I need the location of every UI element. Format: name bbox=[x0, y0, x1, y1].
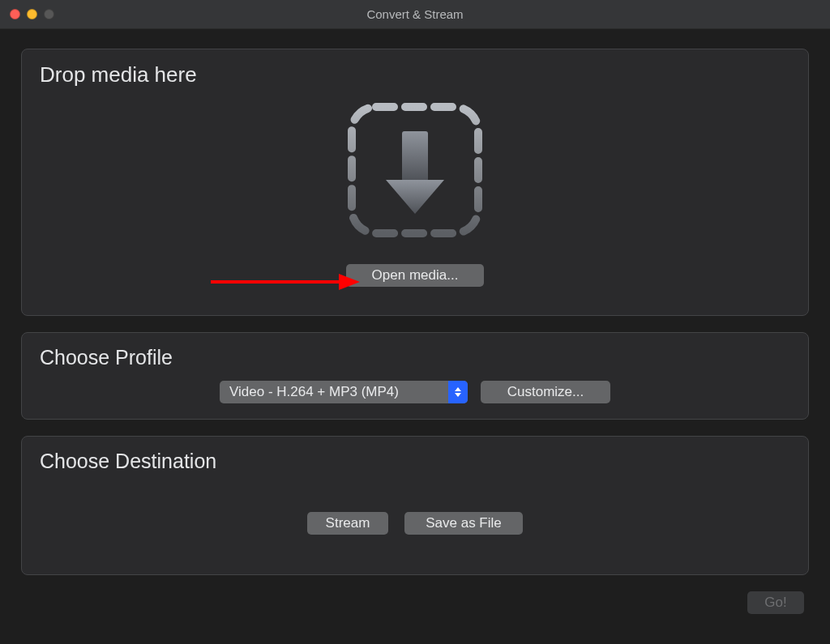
svg-rect-1 bbox=[402, 131, 428, 181]
content-area: Drop media here bbox=[0, 29, 830, 614]
profile-panel: Choose Profile Video - H.264 + MP3 (MP4)… bbox=[21, 332, 809, 420]
drop-target[interactable]: Open media... bbox=[344, 99, 486, 287]
profile-heading: Choose Profile bbox=[22, 333, 808, 369]
profile-select[interactable]: Video - H.264 + MP3 (MP4) bbox=[220, 381, 468, 403]
select-chevrons-icon bbox=[448, 381, 468, 403]
customize-button[interactable]: Customize... bbox=[481, 381, 610, 403]
save-as-file-button[interactable]: Save as File bbox=[404, 512, 523, 535]
go-button[interactable]: Go! bbox=[747, 591, 804, 614]
footer: Go! bbox=[21, 591, 809, 614]
stream-button[interactable]: Stream bbox=[307, 512, 388, 535]
window-title: Convert & Stream bbox=[0, 7, 830, 21]
destination-row: Stream Save as File bbox=[22, 512, 808, 535]
open-media-button[interactable]: Open media... bbox=[346, 264, 484, 287]
drop-media-panel: Drop media here bbox=[21, 49, 809, 316]
destination-panel: Choose Destination Stream Save as File bbox=[21, 436, 809, 575]
profile-row: Video - H.264 + MP3 (MP4) Customize... bbox=[22, 381, 808, 403]
profile-select-value: Video - H.264 + MP3 (MP4) bbox=[220, 384, 448, 400]
drop-arrow-icon bbox=[344, 99, 486, 241]
svg-marker-2 bbox=[386, 180, 444, 214]
window-titlebar: Convert & Stream bbox=[0, 0, 830, 29]
drop-media-heading: Drop media here bbox=[22, 49, 808, 87]
destination-heading: Choose Destination bbox=[22, 437, 808, 473]
